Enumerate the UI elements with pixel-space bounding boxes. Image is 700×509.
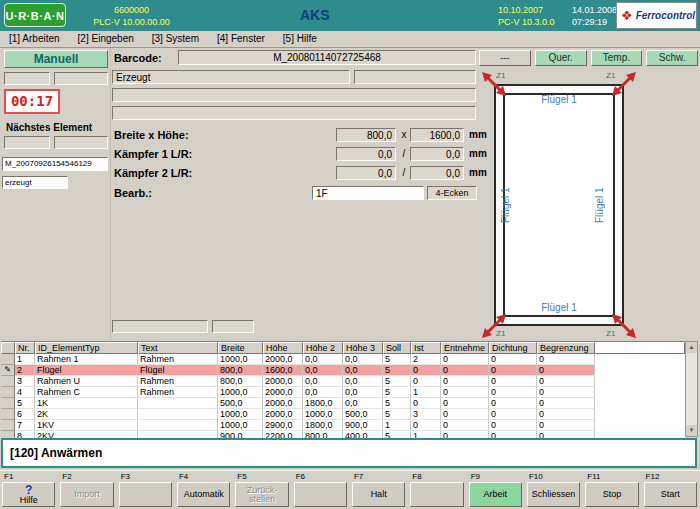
breite-field[interactable]: 800,0 [336, 128, 396, 142]
bearb-label: Bearb.: [114, 187, 152, 199]
fkey-button-f3 [119, 482, 172, 507]
table-cell: 800,0 [218, 365, 263, 376]
table-cell: 2000,0 [263, 398, 303, 409]
column-header-begrenzung: Begrenzung [537, 342, 595, 354]
table-cell: Rahmen U [35, 376, 138, 387]
scroll-up-icon[interactable]: ▲ [686, 342, 697, 353]
table-cell: 0 [411, 376, 441, 387]
table-row[interactable]: ✎2FlügelFlügel800,01600,00,00,050000 [1, 365, 685, 376]
menu-item-1[interactable]: [1] Arbeiten [0, 31, 69, 46]
table-row-filler [595, 409, 685, 420]
table-row[interactable]: 4Rahmen CRahmen1000,02000,00,00,051000 [1, 387, 685, 398]
column-header-breite: Breite [218, 342, 263, 354]
menu-bar: [1] Arbeiten[2] Eingeben[3] System[4] Fe… [0, 31, 700, 48]
table-cell: 1800,0 [303, 398, 343, 409]
fkey-button-automatik[interactable]: Automatik [177, 482, 230, 507]
top-button-schw[interactable]: Schw. [646, 50, 698, 66]
table-header-row: Nr.ID_ElementTypTextBreiteHöheHöhe 2Höhe… [1, 342, 685, 354]
table-cell: 0 [441, 409, 489, 420]
dim-separator: x [399, 129, 409, 140]
kaempfer1-right-field[interactable]: 0,0 [410, 147, 464, 161]
table-cell: Rahmen [138, 354, 218, 365]
bearb-value-field[interactable]: 1F [312, 186, 424, 200]
fkey-button-import: Import [60, 482, 113, 507]
table-cell: 1 [411, 387, 441, 398]
mode-manuell-button[interactable]: Manuell [4, 50, 108, 68]
fkey-button-arbeit[interactable]: Arbeit [469, 482, 522, 507]
column-header-höhe: Höhe [263, 342, 303, 354]
table-cell: 0 [411, 420, 441, 431]
fkey-button-halt[interactable]: Halt [352, 482, 405, 507]
table-row-filler [595, 431, 685, 438]
table-cell: 1 [15, 354, 35, 365]
table-cell: 1000,0 [218, 354, 263, 365]
table-cell: Flügel [35, 365, 138, 376]
table-cell: 1 [383, 420, 411, 431]
corner-arrow-icon [479, 311, 509, 341]
table-cell: 0 [441, 387, 489, 398]
table-cell: 2K [35, 409, 138, 420]
table-cell: 0,0 [343, 398, 383, 409]
scroll-down-icon[interactable]: ▼ [686, 425, 697, 436]
table-row-filler [595, 420, 685, 431]
top-button-temp[interactable]: Temp. [591, 50, 643, 66]
table-row[interactable]: 1Rahmen 1Rahmen1000,02000,00,00,052000 [1, 354, 685, 365]
top-button-quer[interactable]: Quer. [535, 50, 587, 66]
table-cell: 6 [15, 409, 35, 420]
table-cell: 0 [489, 387, 537, 398]
menu-item-4[interactable]: [4] Fenster [208, 31, 274, 46]
erzeugt-field: Erzeugt [112, 70, 350, 84]
table-cell: 5 [383, 398, 411, 409]
table-row[interactable]: 62K1000,02000,01000,0500,053000 [1, 409, 685, 420]
table-cell: 2900,0 [263, 420, 303, 431]
fkey-button-start[interactable]: Start [644, 482, 697, 507]
table-cell: 900,0 [343, 420, 383, 431]
kaempfer2-right-field[interactable]: 0,0 [410, 166, 464, 180]
row-gutter [1, 354, 15, 365]
column-header-soll: Soll [383, 342, 411, 354]
kaempfer1-left-field[interactable]: 0,0 [336, 147, 396, 161]
menu-item-2[interactable]: [2] Eingeben [69, 31, 143, 46]
left-field-1 [4, 72, 50, 85]
date-right: 14.01.2008 [572, 4, 617, 16]
table-cell: 0 [537, 365, 595, 376]
table-cell: 2200,0 [263, 431, 303, 438]
table-cell: Rahmen [138, 387, 218, 398]
fkey-button-f8 [410, 482, 463, 507]
top-button-dash[interactable]: --- [479, 50, 531, 66]
hoehe-field[interactable]: 1600,0 [410, 128, 464, 142]
table-cell: 0 [441, 354, 489, 365]
table-cell: 1000,0 [218, 387, 263, 398]
corner-arrow-icon [609, 69, 639, 99]
table-scrollbar[interactable]: ▲ ▼ [685, 341, 698, 437]
table-row[interactable]: 3Rahmen URahmen800,02000,00,00,050000 [1, 376, 685, 387]
barcode-value-field[interactable]: M_20080114072725468 [178, 50, 476, 65]
table-cell: 0 [489, 376, 537, 387]
fkey-button-schliessen[interactable]: Schliessen [527, 482, 580, 507]
table-row-filler [595, 376, 685, 387]
table-cell [138, 398, 218, 409]
row-gutter [1, 409, 15, 420]
fkey-label: Arbeit [484, 490, 508, 499]
column-header-entnehme: Entnehme [441, 342, 489, 354]
fkey-label: Import [74, 490, 100, 499]
table-cell: 2KV [35, 431, 138, 438]
table-row-filler [595, 398, 685, 409]
menu-item-5[interactable]: [5] Hilfe [274, 31, 326, 46]
row-gutter [1, 387, 15, 398]
table-row[interactable]: 71KV1000,02900,01800,0900,010000 [1, 420, 685, 431]
fkey-f1: F1?Hilfe [0, 471, 58, 509]
table-cell: 5 [383, 387, 411, 398]
table-row[interactable]: 51K500,02000,01800,00,050000 [1, 398, 685, 409]
table-cell: 0 [441, 420, 489, 431]
table-row[interactable]: 82KV900,02200,0800,0400,051000 [1, 431, 685, 438]
kaempfer2-left-field[interactable]: 0,0 [336, 166, 396, 180]
fkey-button-stop[interactable]: Stop [585, 482, 638, 507]
menu-item-3[interactable]: [3] System [143, 31, 208, 46]
kaempfer1-label: Kämpfer 1 L/R: [114, 148, 192, 160]
fkey-button-hilfe[interactable]: ?Hilfe [2, 482, 55, 507]
form-field-empty-3 [112, 106, 476, 120]
form-field-empty-4 [112, 320, 208, 333]
fkey-label: Automatik [184, 490, 224, 499]
corner-mode-field[interactable]: 4-Ecken [427, 186, 477, 200]
